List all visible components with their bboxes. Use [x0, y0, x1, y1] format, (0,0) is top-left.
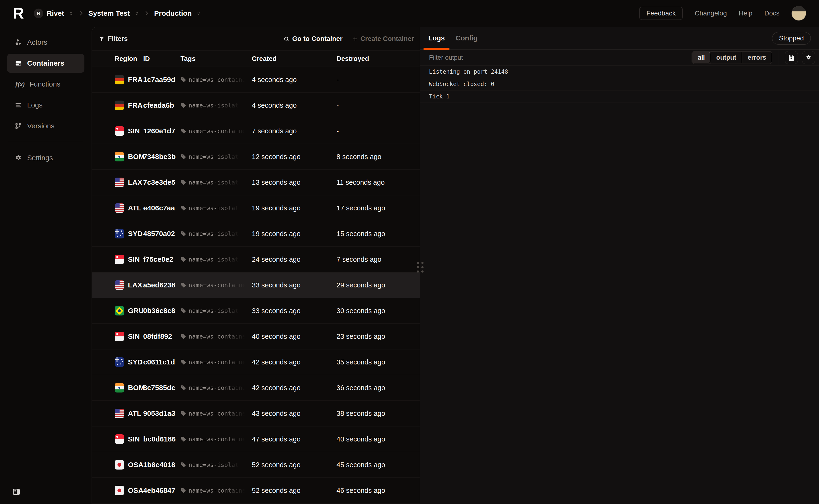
sidebar-divider [8, 142, 83, 142]
tags-cell: name=ws-container [180, 282, 252, 289]
table-row[interactable]: BOM 7348be3b name=ws-isolate 12 seconds … [92, 144, 420, 170]
region-flag-icon [115, 255, 124, 264]
container-id: 1c7aa59d [143, 76, 180, 84]
tag-icon [180, 308, 186, 314]
breadcrumb-org[interactable]: R Rivet [34, 9, 73, 18]
region-flag-icon [115, 460, 124, 470]
table-row[interactable]: SYD c0611c1d name=ws-container 42 second… [92, 349, 420, 375]
filters-button[interactable]: Filters [99, 35, 128, 43]
chevron-updown-icon[interactable] [196, 11, 201, 16]
region-flag-icon [115, 383, 124, 393]
tags-cell: name=ws-isolate [180, 102, 252, 109]
region-cell: BOM [115, 383, 143, 393]
breadcrumb-environment[interactable]: Production [154, 9, 201, 17]
feedback-button[interactable]: Feedback [639, 7, 683, 20]
table-row[interactable]: SIN f75ce0e2 name=ws-isolate 24 seconds … [92, 247, 420, 272]
region-flag-icon [115, 178, 124, 187]
container-id: c0611c1d [143, 358, 180, 366]
table-row[interactable]: LAX a5ed6238 name=ws-container 33 second… [92, 272, 420, 298]
sidebar-item-label: Functions [29, 80, 60, 88]
breadcrumb-project[interactable]: System Test [88, 9, 140, 17]
log-mode-button[interactable]: output [711, 52, 742, 63]
region-cell: SYD [115, 357, 143, 367]
region-cell: OSA [115, 486, 143, 495]
go-to-container-button[interactable]: Go to Container [283, 35, 343, 43]
chevron-updown-icon[interactable] [134, 11, 139, 16]
region-flag-icon [115, 101, 124, 110]
tags-cell: name=ws-container [180, 76, 252, 83]
table-row[interactable]: SIN bc0d6186 name=ws-container 47 second… [92, 426, 420, 452]
functions-icon: ƒ(x) [15, 81, 24, 88]
topbar-link[interactable]: Help [739, 10, 753, 17]
created-time: 33 seconds ago [252, 307, 336, 315]
table-row[interactable]: ATL e406c7aa name=ws-isolate 19 seconds … [92, 195, 420, 221]
panel-resize-handle[interactable] [416, 261, 425, 274]
created-time: 4 seconds ago [252, 102, 336, 109]
tag-icon [180, 231, 186, 237]
table-row[interactable]: SIN 08fdf892 name=ws-container 40 second… [92, 324, 420, 349]
filter-funnel-icon [99, 36, 105, 42]
table-row[interactable]: GRU 0b36c8c8 name=ws-isolate 33 seconds … [92, 298, 420, 324]
container-id: 48570a02 [143, 230, 180, 238]
containers-table-pane: Filters Go to Container Create Container [92, 27, 420, 504]
table-row[interactable]: OSA 1b8c4018 name=ws-isolate 52 seconds … [92, 452, 420, 478]
region-cell: SYD [115, 229, 143, 238]
table-row[interactable]: BOM 8c7585dc name=ws-container 42 second… [92, 375, 420, 401]
create-container-button[interactable]: Create Container [352, 35, 414, 43]
topbar-link[interactable]: Docs [764, 10, 780, 17]
container-id: 0b36c8c8 [143, 307, 180, 315]
logs-icon [15, 102, 22, 109]
column-header-tags: Tags [180, 55, 252, 63]
sidebar-item-actors[interactable]: Actors [7, 33, 84, 52]
tab[interactable]: Logs [428, 27, 445, 49]
table-row[interactable]: LAX 7c3e3de5 name=ws-isolate 13 seconds … [92, 170, 420, 195]
region-code: SIN [128, 255, 140, 263]
containers-icon [15, 60, 22, 67]
breadcrumb-project-label: System Test [88, 9, 130, 17]
region-cell: SIN [115, 434, 143, 444]
chevron-updown-icon[interactable] [68, 11, 74, 16]
filter-output-input[interactable] [420, 50, 685, 65]
container-id: e406c7aa [143, 204, 180, 212]
table-row[interactable]: ATL 9053d1a3 name=ws-container 43 second… [92, 401, 420, 426]
tag-text: name=ws-container [189, 487, 249, 494]
region-code: SYD [128, 358, 143, 366]
sidebar-item-label: Logs [27, 101, 43, 109]
created-time: 40 seconds ago [252, 333, 336, 340]
sidebar-item-settings[interactable]: Settings [7, 148, 84, 167]
region-code: SIN [128, 332, 140, 340]
destroyed-time: 17 seconds ago [336, 204, 420, 212]
user-avatar[interactable] [791, 6, 806, 21]
created-time: 4 seconds ago [252, 76, 336, 84]
region-code: OSA [128, 486, 143, 494]
tags-cell: name=ws-isolate [180, 230, 252, 237]
table-row[interactable]: FRA 1c7aa59d name=ws-container 4 seconds… [92, 67, 420, 93]
collapse-sidebar-icon[interactable] [12, 488, 20, 496]
tab[interactable]: Config [456, 27, 478, 49]
region-cell: GRU [115, 306, 143, 315]
topbar-link[interactable]: Changelog [695, 10, 727, 17]
region-flag-icon [115, 126, 124, 136]
region-code: ATL [128, 204, 141, 212]
created-time: 52 seconds ago [252, 487, 336, 494]
sidebar-item-containers[interactable]: Containers [7, 54, 84, 73]
sidebar-item-versions[interactable]: Versions [7, 116, 84, 136]
tag-icon [180, 385, 186, 391]
logs-tabs-row: Logs Config Stopped [420, 27, 819, 50]
table-row[interactable]: SIN 1260e1d7 name=ws-container 7 seconds… [92, 118, 420, 144]
table-row[interactable]: SYD 48570a02 name=ws-isolate 19 seconds … [92, 221, 420, 247]
table-row[interactable]: FRA cfeada6b name=ws-isolate 4 seconds a… [92, 93, 420, 118]
destroyed-time: 38 seconds ago [336, 410, 420, 417]
log-mode-button[interactable]: all [692, 52, 711, 63]
log-mode-button[interactable]: errors [742, 52, 772, 63]
log-settings-button[interactable] [802, 51, 815, 64]
region-flag-icon [115, 306, 124, 315]
gear-icon [805, 54, 812, 61]
table-row[interactable]: OSA 4eb46847 name=ws-container 52 second… [92, 478, 420, 504]
search-icon [283, 36, 289, 42]
sidebar-item-functions[interactable]: ƒ(x) Functions [7, 75, 84, 94]
sidebar-item-logs[interactable]: Logs [7, 96, 84, 115]
column-header-destroyed: Destroyed [336, 55, 420, 63]
region-flag-icon [115, 203, 124, 213]
save-logs-button[interactable] [785, 51, 798, 64]
